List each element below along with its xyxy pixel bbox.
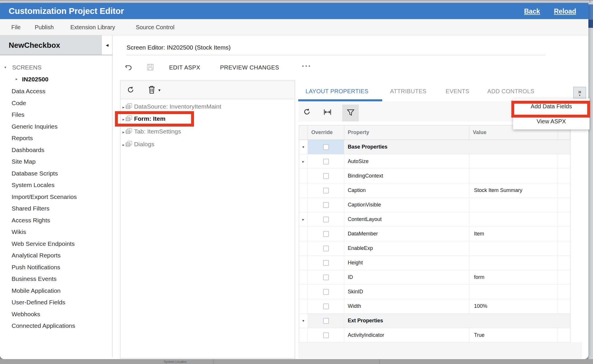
property-value[interactable]: Stock Item Summary	[469, 183, 558, 197]
column-header-override[interactable]: Override	[308, 125, 344, 140]
table-row-captionvisible[interactable]: CaptionVisible	[299, 198, 570, 212]
edit-aspx-button[interactable]: EDIT ASPX	[169, 64, 200, 72]
sidebar-item-data-access[interactable]: Data Access	[12, 85, 45, 97]
sidebar-item-web-service-endpoints[interactable]: Web Service Endpoints	[12, 238, 75, 250]
table-row-id[interactable]: ID form	[299, 270, 570, 285]
sidebar-item-reports[interactable]: Reports	[12, 132, 33, 144]
override-checkbox[interactable]	[323, 289, 329, 295]
tree-node-label[interactable]: Dialogs	[134, 141, 154, 147]
column-header-property[interactable]: Property	[344, 125, 469, 140]
tree-node-datasource[interactable]: ▸ DataSource: InventoryItemMaint	[122, 102, 221, 111]
override-checkbox[interactable]	[323, 275, 329, 280]
table-row-bindingcontext[interactable]: BindingContext	[299, 169, 570, 183]
sidebar-item-system-locales[interactable]: System Locales	[12, 179, 54, 191]
property-name[interactable]: DataMember	[344, 227, 469, 241]
sidebar-item-connected-applications[interactable]: Connected Applications	[12, 320, 75, 332]
table-row-activityindicator[interactable]: ActivityIndicator True	[299, 328, 570, 343]
table-row-datamember[interactable]: DataMember Item	[299, 227, 570, 241]
tree-node-dialogs[interactable]: ▸ Dialogs	[122, 140, 154, 149]
override-checkbox[interactable]	[323, 303, 329, 309]
sidebar-item-files[interactable]: Files	[12, 109, 24, 120]
override-checkbox[interactable]	[323, 318, 329, 324]
property-value[interactable]	[469, 169, 558, 183]
more-actions-button[interactable]: ···	[302, 62, 312, 70]
tree-node-tab-itemsettings[interactable]: ▸ Tab: ItemSettings	[122, 127, 181, 136]
node-caret-right-icon[interactable]: ▸	[122, 130, 125, 134]
tree-refresh-button[interactable]	[127, 86, 135, 94]
properties-refresh-button[interactable]	[303, 108, 311, 116]
screens-caret-down-icon[interactable]: ▾	[4, 65, 6, 69]
override-checkbox[interactable]	[323, 188, 329, 193]
table-row-caption[interactable]: Caption Stock Item Summary	[299, 183, 570, 198]
tab-add-controls[interactable]: ADD CONTROLS	[487, 87, 535, 95]
property-value[interactable]	[469, 154, 558, 169]
sidebar-item-import-export-scenarios[interactable]: Import/Export Scenarios	[12, 191, 77, 203]
override-checkbox[interactable]	[323, 173, 329, 179]
sidebar-item-site-map[interactable]: Site Map	[12, 156, 36, 167]
sidebar-item-database-scripts[interactable]: Database Scripts	[12, 168, 58, 179]
property-value[interactable]: form	[469, 270, 558, 284]
sidebar-item-generic-inquiries[interactable]: Generic Inquiries	[12, 121, 58, 132]
override-checkbox[interactable]	[323, 246, 329, 251]
property-value[interactable]	[469, 198, 558, 212]
table-row-contentlayout[interactable]: ▸ ContentLayout	[299, 212, 570, 227]
tab-events[interactable]: EVENTS	[446, 87, 469, 95]
override-checkbox[interactable]	[323, 231, 329, 237]
override-checkbox[interactable]	[323, 260, 329, 266]
tab-layout-properties[interactable]: LAYOUT PROPERTIES	[305, 87, 368, 95]
property-name[interactable]: AutoSize	[344, 154, 469, 169]
expander-icon[interactable]: ▸	[302, 159, 304, 164]
sidebar-item-user-defined-fields[interactable]: User-Defined Fields	[12, 297, 65, 308]
reload-link[interactable]: Reload	[554, 3, 576, 19]
expander-icon[interactable]: ▾	[302, 145, 304, 149]
back-link[interactable]: Back	[524, 3, 540, 19]
override-checkbox[interactable]	[323, 144, 329, 150]
property-name[interactable]: ActivityIndicator	[344, 328, 469, 342]
property-value[interactable]	[469, 285, 558, 299]
sidebar-item-shared-filters[interactable]: Shared Filters	[12, 203, 50, 214]
expander-icon[interactable]: ▾	[302, 319, 304, 323]
sidebar-item-access-rights[interactable]: Access Rights	[12, 215, 50, 226]
table-row-width[interactable]: Width 100%	[299, 299, 570, 314]
property-name[interactable]: Ext Properties	[344, 314, 469, 328]
property-value[interactable]: Item	[469, 227, 558, 241]
property-name[interactable]: BindingContext	[344, 169, 469, 183]
table-row-base-properties[interactable]: ▾ Base Properties	[299, 140, 570, 154]
override-checkbox[interactable]	[323, 332, 329, 338]
table-row-height[interactable]: Height	[299, 256, 570, 270]
property-name[interactable]: EnableExp	[344, 241, 469, 255]
menu-extension-library[interactable]: Extension Library	[70, 19, 115, 35]
sidebar-item-dashboards[interactable]: Dashboards	[12, 144, 44, 156]
filter-funnel-icon[interactable]	[346, 108, 355, 117]
property-name[interactable]: Caption	[344, 183, 469, 197]
sidebar-item-business-events[interactable]: Business Events	[12, 273, 56, 285]
property-value[interactable]	[469, 212, 558, 226]
sidebar-collapse-button[interactable]: ◀	[102, 35, 112, 55]
save-button[interactable]	[147, 63, 154, 71]
menu-publish[interactable]: Publish	[35, 19, 54, 35]
tree-delete-button[interactable]	[147, 85, 156, 94]
property-name[interactable]: Base Properties	[344, 140, 469, 154]
node-caret-right-icon[interactable]: ▸	[122, 105, 125, 109]
table-row-enableexp[interactable]: EnableExp	[299, 241, 570, 256]
fit-columns-button[interactable]	[323, 108, 332, 116]
sidebar-item-wikis[interactable]: Wikis	[12, 226, 26, 238]
override-checkbox[interactable]	[323, 202, 329, 208]
property-name[interactable]: ID	[344, 270, 469, 284]
table-row-skinid[interactable]: SkinID	[299, 285, 570, 299]
tree-delete-caret-down-icon[interactable]: ▾	[158, 88, 160, 92]
property-name[interactable]: Height	[344, 256, 469, 270]
property-name[interactable]: CaptionVisible	[344, 198, 469, 212]
property-name[interactable]: SkinID	[344, 285, 469, 299]
property-name[interactable]: Width	[344, 299, 469, 313]
override-checkbox[interactable]	[323, 217, 329, 222]
property-value[interactable]: 100%	[469, 299, 558, 313]
sidebar-item-webhooks[interactable]: Webhooks	[12, 308, 40, 320]
expander-icon[interactable]: ▸	[302, 217, 304, 222]
sidebar-item-code[interactable]: Code	[12, 97, 26, 109]
table-row-autosize[interactable]: ▸ AutoSize	[299, 154, 570, 169]
node-caret-right-icon[interactable]: ▸	[122, 142, 125, 147]
sidebar-item-screens[interactable]: SCREENS	[12, 63, 42, 72]
preview-changes-button[interactable]: PREVIEW CHANGES	[220, 64, 279, 72]
property-value[interactable]	[469, 256, 558, 270]
